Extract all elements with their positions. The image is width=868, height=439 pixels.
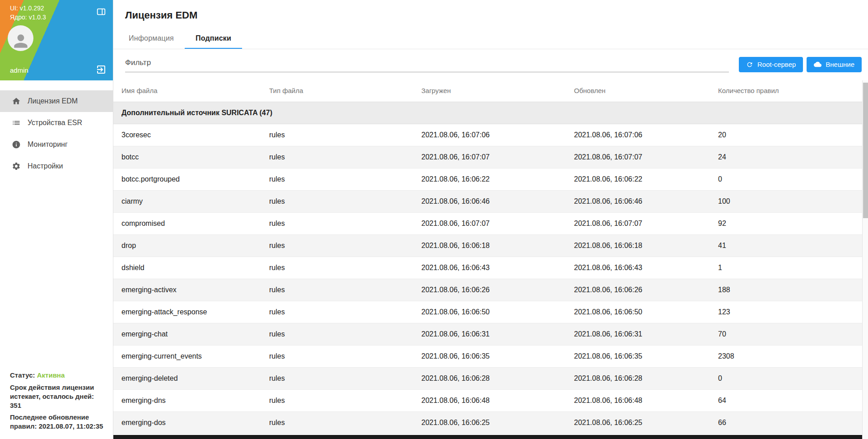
status-value: Активна: [37, 371, 65, 379]
table-cell: rules: [261, 168, 413, 190]
table-row[interactable]: botcc.portgroupedrules2021.08.06, 16:06:…: [113, 168, 868, 190]
bottom-edge: [113, 435, 868, 439]
table-row[interactable]: emerging-deletedrules2021.08.06, 16:06:2…: [113, 367, 868, 389]
table-cell: ciarmy: [113, 190, 261, 212]
table-row[interactable]: emerging-current_eventsrules2021.08.06, …: [113, 345, 868, 367]
filter-row: Root-сервер Внешние: [113, 49, 868, 79]
table-cell: 2021.08.06, 16:07:07: [413, 146, 566, 168]
sidebar: UI: v1.0.292 Ядро: v1.0.3 admin: [0, 0, 113, 439]
table-row[interactable]: emerging-activexrules2021.08.06, 16:06:2…: [113, 279, 868, 301]
table-cell: emerging-deleted: [113, 367, 261, 389]
table-cell: rules: [261, 124, 413, 146]
collapse-sidebar-icon[interactable]: [95, 6, 107, 18]
vertical-scrollbar[interactable]: [862, 80, 868, 439]
table-cell: 70: [710, 323, 868, 345]
table-cell: botcc: [113, 146, 261, 168]
table-cell: dshield: [113, 257, 261, 279]
table-row[interactable]: emerging-dosrules2021.08.06, 16:06:25202…: [113, 411, 868, 434]
list-icon: [11, 118, 21, 128]
table-cell: 2021.08.06, 16:06:22: [566, 168, 710, 190]
column-header: Загружен: [413, 79, 566, 102]
version-block: UI: v1.0.292 Ядро: v1.0.3: [10, 4, 46, 22]
sidebar-item-label: Мониторинг: [28, 140, 68, 149]
sidebar-item-label: Устройства ESR: [28, 119, 82, 127]
table-cell: 20: [710, 124, 868, 146]
table-cell: emerging-current_events: [113, 345, 261, 367]
main-content: Лицензия EDM Информация Подписки Root-се…: [113, 0, 868, 439]
table-cell: rules: [261, 190, 413, 212]
status-line: Статус: Активна: [10, 371, 107, 380]
table-cell: 2021.08.06, 16:06:46: [413, 190, 566, 212]
sidebar-item-label: Настройки: [28, 162, 63, 170]
root-server-button[interactable]: Root-сервер: [739, 57, 803, 72]
sidebar-item-settings[interactable]: Настройки: [0, 155, 113, 177]
table-cell: botcc.portgrouped: [113, 168, 261, 190]
table-cell: 2021.08.06, 16:06:31: [413, 323, 566, 345]
sidebar-item-devices-esr[interactable]: Устройства ESR: [0, 112, 113, 134]
subscriptions-table: Имя файлаТип файлаЗагруженОбновленКоличе…: [113, 79, 868, 434]
table-cell: rules: [261, 146, 413, 168]
refresh-icon: [746, 61, 753, 68]
table-row[interactable]: 3coresecrules2021.08.06, 16:07:062021.08…: [113, 124, 868, 146]
table-cell: rules: [261, 301, 413, 323]
table-row[interactable]: droprules2021.08.06, 16:06:182021.08.06,…: [113, 234, 868, 257]
sidebar-header: UI: v1.0.292 Ядро: v1.0.3 admin: [0, 0, 113, 80]
scrollbar-thumb[interactable]: [863, 83, 868, 218]
table-row[interactable]: dshieldrules2021.08.06, 16:06:432021.08.…: [113, 257, 868, 279]
table-cell: 2021.08.06, 16:06:48: [413, 389, 566, 411]
table-cell: 2021.08.06, 16:06:22: [413, 168, 566, 190]
table-cell: rules: [261, 234, 413, 257]
table-cell: 2021.08.06, 16:06:25: [566, 411, 710, 434]
tab-information[interactable]: Информация: [118, 28, 185, 49]
table-cell: 2021.08.06, 16:06:28: [413, 367, 566, 389]
external-button[interactable]: Внешние: [807, 57, 862, 72]
app-window: UI: v1.0.292 Ядро: v1.0.3 admin: [0, 0, 868, 439]
table-cell: emerging-dns: [113, 389, 261, 411]
table-cell: 1: [710, 257, 868, 279]
table-row[interactable]: botccrules2021.08.06, 16:07:072021.08.06…: [113, 146, 868, 168]
license-status: Статус: Активна Срок действия лицензии и…: [0, 368, 113, 431]
table-cell: rules: [261, 367, 413, 389]
root-server-label: Root-сервер: [757, 61, 796, 68]
sidebar-item-license-edm[interactable]: Лицензия EDM: [0, 90, 113, 112]
table-cell: emerging-dos: [113, 411, 261, 434]
table-cell: 2021.08.06, 16:07:07: [566, 146, 710, 168]
tabs: Информация Подписки: [113, 28, 868, 49]
core-version: Ядро: v1.0.3: [10, 13, 46, 22]
username: admin: [10, 66, 28, 74]
table-cell: emerging-chat: [113, 323, 261, 345]
gear-icon: [11, 161, 21, 171]
table-cell: rules: [261, 411, 413, 434]
table-cell: 64: [710, 389, 868, 411]
tab-subscriptions[interactable]: Подписки: [185, 28, 242, 49]
table-cell: drop: [113, 234, 261, 257]
license-expiry-text: Срок действия лицензии истекает, осталос…: [10, 383, 107, 410]
table-row[interactable]: compromisedrules2021.08.06, 16:07:072021…: [113, 212, 868, 234]
table-cell: 2021.08.06, 16:06:35: [566, 345, 710, 367]
table-cell: 188: [710, 279, 868, 301]
table-row[interactable]: emerging-dnsrules2021.08.06, 16:06:48202…: [113, 389, 868, 411]
table-cell: 2021.08.06, 16:06:48: [566, 389, 710, 411]
table-cell: 2021.08.06, 16:06:26: [566, 279, 710, 301]
home-icon: [11, 96, 21, 106]
table-cell: 2021.08.06, 16:06:31: [566, 323, 710, 345]
table-row[interactable]: emerging-chatrules2021.08.06, 16:06:3120…: [113, 323, 868, 345]
sidebar-item-monitoring[interactable]: Мониторинг: [0, 134, 113, 155]
external-label: Внешние: [826, 61, 854, 68]
logout-icon[interactable]: [95, 64, 107, 75]
table-group-row[interactable]: Дополнительный источник SURICATA (47): [113, 102, 868, 124]
table-cell: rules: [261, 389, 413, 411]
table-cell: 2021.08.06, 16:06:50: [413, 301, 566, 323]
table-row[interactable]: emerging-attack_responserules2021.08.06,…: [113, 301, 868, 323]
table-cell: 2021.08.06, 16:07:07: [413, 212, 566, 234]
table-cell: 3coresec: [113, 124, 261, 146]
filter-input[interactable]: [125, 56, 729, 72]
table-cell: 123: [710, 301, 868, 323]
table-cell: 2021.08.06, 16:06:18: [413, 234, 566, 257]
table-cell: 2021.08.06, 16:07:06: [413, 124, 566, 146]
table-cell: compromised: [113, 212, 261, 234]
table-row[interactable]: ciarmyrules2021.08.06, 16:06:462021.08.0…: [113, 190, 868, 212]
table-cell: rules: [261, 212, 413, 234]
person-icon: [11, 31, 31, 51]
page-title: Лицензия EDM: [113, 0, 868, 21]
